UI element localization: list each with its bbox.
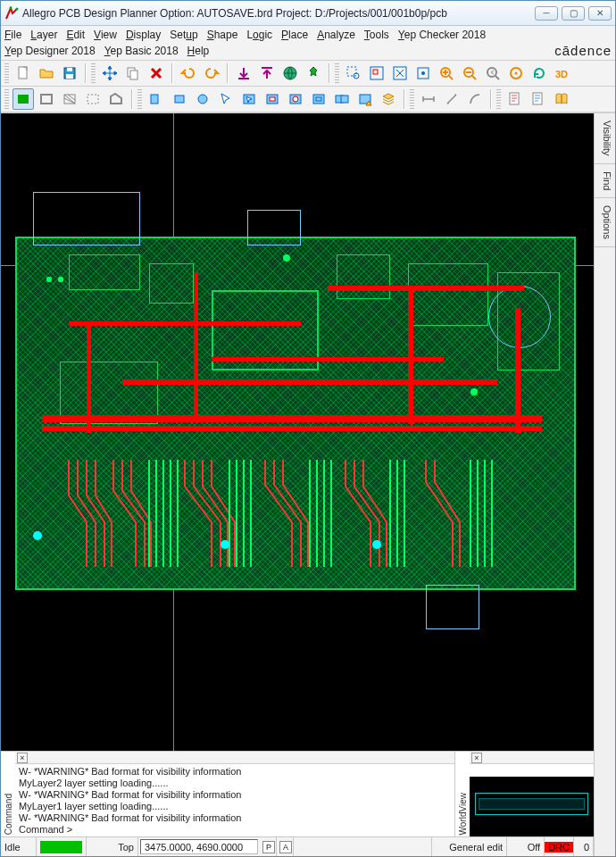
- menu-tools[interactable]: Tools: [364, 27, 389, 43]
- worldview-tab-label[interactable]: WorldView: [455, 752, 470, 836]
- zoom-region-button[interactable]: [366, 62, 387, 84]
- edit-circle-button[interactable]: [192, 88, 213, 110]
- view-3d-button[interactable]: 3D: [552, 62, 573, 84]
- status-drc[interactable]: DRC: [545, 837, 574, 856]
- design-canvas[interactable]: [1, 113, 594, 751]
- undo-button[interactable]: [178, 62, 199, 84]
- shape-rect-hatch-button[interactable]: [59, 88, 80, 110]
- book-button[interactable]: [551, 88, 572, 110]
- merge-button[interactable]: [331, 88, 353, 110]
- report-button[interactable]: [504, 88, 526, 110]
- svg-rect-7: [130, 71, 137, 79]
- console-line: MyLayer1 layer setting loading......: [19, 801, 451, 812]
- menu-logic[interactable]: Logic: [246, 27, 272, 43]
- toolbar-grip[interactable]: [91, 63, 96, 83]
- menu-shape[interactable]: Shape: [207, 27, 238, 43]
- layers-button[interactable]: [378, 88, 399, 110]
- zoom-out-button[interactable]: [459, 62, 480, 84]
- minimize-button[interactable]: ─: [535, 6, 558, 21]
- menu-yep-basic[interactable]: Yep Basic 2018: [104, 43, 179, 59]
- menu-layer[interactable]: Layer: [30, 27, 57, 43]
- toolbar-grip[interactable]: [335, 63, 339, 83]
- layer-up-button[interactable]: [256, 62, 278, 84]
- status-off[interactable]: Off: [507, 837, 545, 856]
- menu-display[interactable]: Display: [126, 27, 161, 43]
- zoom-center-button[interactable]: [505, 62, 527, 84]
- maximize-button[interactable]: ▢: [562, 6, 585, 21]
- svg-rect-39: [341, 96, 348, 103]
- svg-point-0: [10, 6, 12, 9]
- status-count: 0: [574, 837, 594, 856]
- command-console: Command × W- *WARNING* Bad format for vi…: [1, 752, 455, 836]
- report2-button[interactable]: [528, 88, 549, 110]
- sidetab-options[interactable]: Options: [595, 198, 615, 247]
- new-file-button[interactable]: [12, 62, 34, 84]
- console-line: Command >: [19, 824, 451, 836]
- pin-button[interactable]: [303, 62, 324, 84]
- redraw-button[interactable]: [529, 62, 550, 84]
- shape-rect-outline-button[interactable]: [36, 88, 57, 110]
- console-tab-label[interactable]: Command: [1, 752, 15, 836]
- svg-rect-24: [18, 95, 29, 104]
- shape-poly-button[interactable]: [105, 88, 127, 110]
- toolbar-grip[interactable]: [4, 63, 9, 83]
- status-mode[interactable]: General edit: [432, 837, 507, 856]
- shape-rect-dash-button[interactable]: [82, 88, 104, 110]
- menu-yep-checker[interactable]: Yep Checker 2018: [398, 27, 486, 43]
- toolbar-grip[interactable]: [410, 89, 414, 109]
- toolbar-grip[interactable]: [137, 89, 142, 109]
- menu-view[interactable]: View: [94, 27, 117, 43]
- toolbar-grip[interactable]: [496, 89, 501, 109]
- svg-rect-33: [270, 97, 275, 101]
- globe-button[interactable]: [279, 62, 301, 84]
- toolbar-grip[interactable]: [4, 89, 9, 109]
- dim-horiz-button[interactable]: [418, 88, 439, 110]
- menu-help[interactable]: Help: [187, 43, 210, 59]
- warning-shape-button[interactable]: [354, 88, 376, 110]
- menu-place[interactable]: Place: [281, 27, 308, 43]
- status-p-button[interactable]: P: [260, 837, 277, 856]
- open-button[interactable]: [36, 62, 57, 84]
- status-coords[interactable]: 3475.0000, 4690.0000: [140, 839, 258, 854]
- redo-button[interactable]: [201, 62, 222, 84]
- menu-yep-designer[interactable]: Yep Designer 2018: [4, 43, 96, 59]
- svg-rect-11: [347, 67, 356, 76]
- worldview-canvas[interactable]: [470, 777, 594, 836]
- console-close-button[interactable]: ×: [17, 753, 28, 763]
- edit-rect-button[interactable]: [169, 88, 190, 110]
- void-circle-button[interactable]: [285, 88, 306, 110]
- svg-point-22: [515, 72, 518, 75]
- shape-rect-fill-button[interactable]: [12, 88, 34, 110]
- menu-setup[interactable]: Setup: [170, 27, 197, 43]
- select-button[interactable]: [215, 88, 237, 110]
- copy-button[interactable]: [122, 62, 144, 84]
- worldview-close-button[interactable]: ×: [471, 753, 482, 763]
- menu-edit[interactable]: Edit: [66, 27, 85, 43]
- void-poly-button[interactable]: [308, 88, 329, 110]
- sidetab-visibility[interactable]: Visibility: [595, 113, 615, 164]
- dim-diag-button[interactable]: [441, 88, 462, 110]
- zoom-extents-button[interactable]: [412, 62, 434, 84]
- move-button[interactable]: [99, 62, 121, 84]
- zoom-window-button[interactable]: [343, 62, 364, 84]
- close-button[interactable]: ✕: [588, 6, 612, 21]
- console-output[interactable]: W- *WARNING* Bad format for visibility i…: [15, 764, 454, 836]
- window-title: Allegro PCB Design Planner Option: AUTOS…: [22, 7, 535, 20]
- status-layer[interactable]: Top: [87, 837, 138, 856]
- brand-logo: cādence: [554, 43, 612, 59]
- dim-arc-button[interactable]: [464, 88, 486, 110]
- save-button[interactable]: [59, 62, 80, 84]
- zoom-prev-button[interactable]: [482, 62, 504, 84]
- select-rect-button[interactable]: [238, 88, 260, 110]
- menu-file[interactable]: File: [4, 27, 21, 43]
- sidetab-find[interactable]: Find: [595, 164, 615, 198]
- zoom-fit-button[interactable]: [389, 62, 411, 84]
- layer-down-button[interactable]: [233, 62, 254, 84]
- void-button[interactable]: [262, 88, 283, 110]
- delete-button[interactable]: [146, 62, 167, 84]
- zoom-in-button[interactable]: [436, 62, 457, 84]
- edit-rect-l-button[interactable]: [146, 88, 167, 110]
- menu-analyze[interactable]: Analyze: [317, 27, 355, 43]
- status-a-button[interactable]: A: [277, 837, 294, 856]
- svg-point-30: [198, 95, 207, 104]
